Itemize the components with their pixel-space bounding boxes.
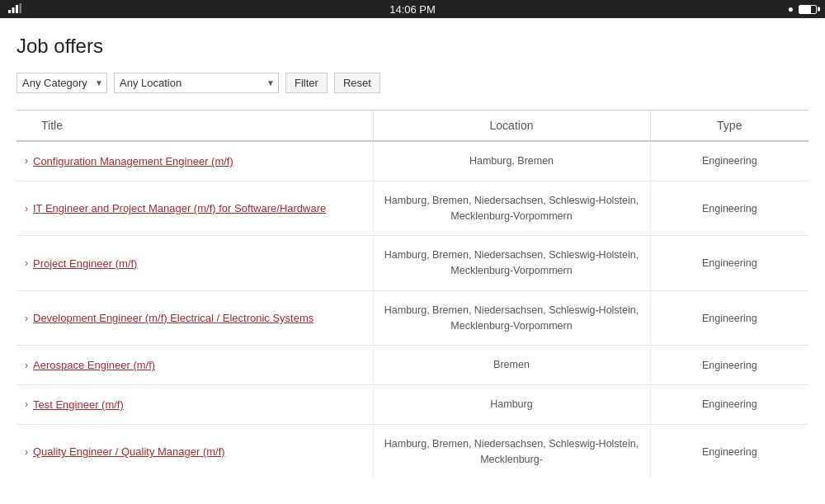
job-type-cell: Engineering	[650, 181, 808, 236]
job-title-cell: ›Test Engineer (m/f)	[16, 385, 373, 425]
location-select-wrapper[interactable]: Any Location ▼	[114, 73, 279, 93]
job-type-cell: Engineering	[650, 141, 808, 181]
job-location-cell: Hamburg, Bremen, Niedersachsen, Schleswi…	[373, 181, 650, 236]
header-location: Location	[373, 111, 650, 142]
job-type-cell: Engineering	[650, 424, 808, 478]
job-link[interactable]: Configuration Management Engineer (m/f)	[33, 155, 233, 167]
job-location-cell: Hamburg, Bremen, Niedersachsen, Schleswi…	[373, 290, 650, 346]
job-link[interactable]: Aerospace Engineer (m/f)	[33, 359, 155, 371]
job-type-cell: Engineering	[650, 290, 808, 346]
location-select[interactable]: Any Location	[114, 73, 279, 93]
job-location-cell: Bremen	[373, 346, 650, 385]
job-link[interactable]: Quality Engineer / Quality Manager (m/f)	[33, 445, 225, 458]
page-title: Job offers	[16, 35, 808, 58]
job-link[interactable]: Development Engineer (m/f) Electrical / …	[33, 312, 314, 324]
job-title-cell: ›Development Engineer (m/f) Electrical /…	[16, 290, 373, 346]
job-location-cell: Hamburg, Bremen, Niedersachsen, Schleswi…	[373, 424, 650, 478]
chevron-right-icon: ›	[25, 257, 28, 269]
table-row: ›Test Engineer (m/f)HamburgEngineering	[16, 385, 808, 425]
svg-rect-0	[8, 10, 11, 13]
chevron-right-icon: ›	[25, 203, 28, 214]
job-title-cell: ›Quality Engineer / Quality Manager (m/f…	[16, 424, 373, 478]
svg-rect-1	[12, 7, 15, 13]
chevron-right-icon: ›	[25, 360, 28, 371]
filter-button[interactable]: Filter	[285, 73, 328, 93]
svg-rect-2	[16, 5, 18, 13]
table-row: ›IT Engineer and Project Manager (m/f) f…	[16, 181, 808, 236]
table-row: ›Aerospace Engineer (m/f)BremenEngineeri…	[16, 346, 808, 385]
job-title-cell: ›Aerospace Engineer (m/f)	[16, 346, 373, 385]
battery-icon	[799, 5, 817, 14]
table-row: ›Quality Engineer / Quality Manager (m/f…	[16, 424, 808, 478]
status-time: 14:06 PM	[389, 3, 436, 16]
chevron-right-icon: ›	[25, 398, 28, 410]
category-select[interactable]: Any Category	[16, 73, 107, 93]
job-title-cell: ›Configuration Management Engineer (m/f)	[16, 141, 373, 181]
header-type: Type	[650, 111, 808, 142]
job-link[interactable]: Test Engineer (m/f)	[33, 398, 124, 411]
header-title: Title	[16, 111, 373, 142]
filter-bar: Any Category ▼ Any Location ▼ Filter Res…	[16, 73, 808, 93]
category-select-wrapper[interactable]: Any Category ▼	[16, 73, 107, 93]
svg-rect-3	[20, 3, 22, 13]
job-type-cell: Engineering	[650, 236, 808, 291]
job-type-cell: Engineering	[650, 346, 808, 385]
table-row: ›Development Engineer (m/f) Electrical /…	[16, 290, 808, 346]
job-link[interactable]: IT Engineer and Project Manager (m/f) fo…	[33, 202, 326, 214]
job-title-cell: ›IT Engineer and Project Manager (m/f) f…	[16, 181, 373, 236]
job-type-cell: Engineering	[650, 385, 808, 425]
signal-icon	[8, 3, 21, 16]
job-location-cell: Hamburg	[373, 385, 650, 425]
status-bar: 14:06 PM ●	[0, 0, 825, 18]
table-row: ›Project Engineer (m/f)Hamburg, Bremen, …	[16, 236, 808, 291]
reset-button[interactable]: Reset	[334, 73, 380, 93]
chevron-right-icon: ›	[25, 155, 28, 167]
chevron-right-icon: ›	[25, 446, 28, 458]
main-content: Job offers Any Category ▼ Any Location ▼…	[0, 18, 825, 504]
jobs-table: Title Location Type ›Configuration Manag…	[16, 110, 808, 478]
job-location-cell: Hamburg, Bremen, Niedersachsen, Schleswi…	[373, 236, 650, 291]
job-link[interactable]: Project Engineer (m/f)	[33, 257, 137, 270]
table-row: ›Configuration Management Engineer (m/f)…	[16, 141, 808, 181]
job-location-cell: Hamburg, Bremen	[373, 141, 650, 181]
table-header-row: Title Location Type	[16, 111, 808, 142]
brightness-icon: ●	[788, 3, 794, 15]
chevron-right-icon: ›	[25, 313, 28, 324]
job-title-cell: ›Project Engineer (m/f)	[16, 236, 373, 291]
